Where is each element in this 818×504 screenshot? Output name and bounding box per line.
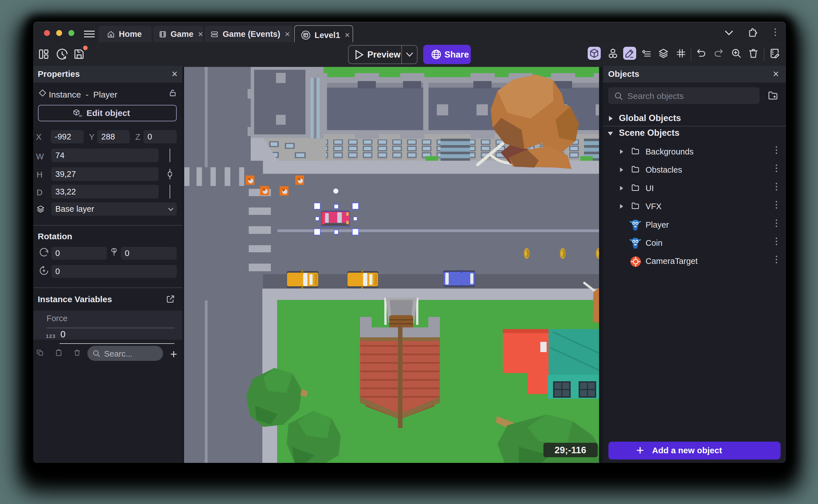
svg-text:3D: 3D xyxy=(79,114,82,117)
svg-text:29;-116: 29;-116 xyxy=(555,445,586,455)
